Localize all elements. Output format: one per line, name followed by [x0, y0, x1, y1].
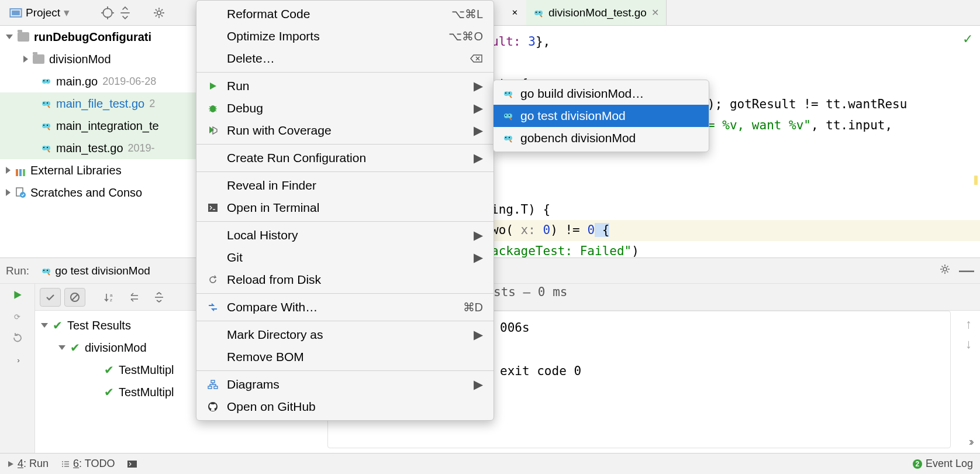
event-log-label: Event Log [926, 458, 973, 470]
expand-all-icon[interactable] [124, 288, 145, 307]
scroll-up-icon[interactable]: ↑ [965, 317, 972, 332]
tree-folder-division[interactable]: divisionMod [0, 48, 198, 70]
submenu-go-test[interactable]: go test divisionMod [494, 105, 709, 127]
tree-folder-label: divisionMod [49, 53, 111, 66]
code-text: x: [513, 223, 543, 237]
tree-file-main-file-test[interactable]: main_file_test.go 2 [0, 92, 198, 115]
sort-icon[interactable]: az [99, 288, 120, 307]
tree-root[interactable]: runDebugConfigurati [0, 26, 198, 48]
notification-badge-icon: 2 [913, 459, 922, 469]
cm-git[interactable]: Git▶ [196, 246, 494, 269]
delete-glyph-icon [470, 52, 483, 66]
expand-icon[interactable] [41, 323, 48, 328]
status-todo-tab[interactable]: 6: TODO [61, 458, 115, 470]
project-view-selector[interactable]: Project ▾ [5, 4, 74, 22]
submenu-go-build[interactable]: go build divisionMod… [494, 83, 709, 105]
gear-icon[interactable] [153, 6, 165, 19]
submenu-gobench[interactable]: gobench divisionMod [494, 127, 709, 149]
go-file-icon [503, 111, 513, 121]
run-icon [207, 81, 219, 91]
svg-point-62 [943, 267, 947, 271]
tree-file-main-test[interactable]: main_test.go 2019- [0, 137, 198, 159]
cm-run[interactable]: Run▶ [196, 75, 494, 97]
tree-file-date: 2019-06-28 [102, 75, 156, 88]
separator [196, 293, 494, 294]
inspection-ok-icon[interactable]: ✓ [962, 32, 973, 47]
tree-scratches[interactable]: Scratches and Conso [0, 181, 198, 204]
svg-point-59 [46, 269, 50, 273]
cm-open-github[interactable]: Open on GitHub [196, 396, 494, 418]
cm-mark-directory[interactable]: Mark Directory as▶ [196, 324, 494, 346]
close-icon[interactable]: ✕ [651, 7, 659, 18]
hide-panel-icon[interactable]: — [959, 262, 974, 280]
tree-file-date: 2019- [128, 142, 155, 154]
locate-icon[interactable] [101, 6, 114, 19]
svg-rect-74 [127, 461, 137, 468]
cm-create-run-config[interactable]: Create Run Configuration▶ [196, 147, 494, 169]
cm-open-terminal[interactable]: Open in Terminal [196, 197, 494, 219]
show-passed-icon[interactable] [40, 288, 61, 307]
expand-icon[interactable] [6, 189, 11, 196]
cm-coverage[interactable]: Run with Coverage▶ [196, 119, 494, 142]
cm-optimize-imports[interactable]: Optimize Imports⌥⌘O [196, 25, 494, 47]
test-module-label: divisionMod [85, 341, 147, 355]
expand-icon[interactable] [6, 35, 13, 39]
code-text: wo( [491, 223, 513, 237]
svg-point-47 [508, 91, 512, 96]
pass-icon: ✔ [104, 363, 114, 377]
collapse-all-icon[interactable] [119, 6, 132, 19]
status-run-tab[interactable]: 4: Run [7, 458, 49, 470]
gutter-mark[interactable] [974, 176, 978, 185]
status-event-log[interactable]: 2 Event Log [913, 458, 973, 470]
tree-external-libraries[interactable]: External Libraries [0, 159, 198, 181]
svg-point-49 [509, 92, 510, 94]
tree-file-main-integration[interactable]: main_integration_te [0, 115, 198, 137]
cm-remove-bom[interactable]: Remove BOM [196, 346, 494, 368]
expand-icon[interactable] [58, 345, 65, 350]
cm-reformat[interactable]: Reformat Code⌥⌘L [196, 3, 494, 25]
code-text: 0 [543, 223, 551, 237]
run-side-toolbar: ⟳ ›› [0, 284, 35, 453]
context-menu: Reformat Code⌥⌘L Optimize Imports⌥⌘O Del… [196, 0, 494, 421]
separator [196, 144, 494, 145]
status-terminal-tab[interactable] [127, 461, 137, 468]
cm-compare-with[interactable]: Compare With…⌘D [196, 296, 494, 318]
terminal-icon [207, 204, 219, 212]
tab-divisionmod-test[interactable]: divisionMod_test.go ✕ [526, 0, 667, 25]
expand-icon[interactable]: ›› [17, 356, 18, 365]
expand-icon[interactable] [6, 167, 11, 174]
expand-right-icon[interactable]: ›› [969, 435, 972, 448]
svg-point-12 [47, 80, 48, 81]
cm-local-history[interactable]: Local History▶ [196, 224, 494, 246]
cm-reload-disk[interactable]: Reload from Disk [196, 269, 494, 291]
restart-icon[interactable] [12, 332, 23, 345]
tree-file-label: main_file_test.go [56, 97, 144, 111]
svg-rect-40 [208, 204, 218, 212]
svg-point-61 [47, 270, 48, 271]
scroll-down-icon[interactable]: ↓ [965, 336, 972, 352]
svg-point-10 [46, 79, 50, 84]
rerun-icon[interactable] [12, 290, 23, 302]
go-file-icon [41, 98, 51, 109]
toggle-auto-icon[interactable]: ⟳ [14, 312, 20, 321]
tab-close-prev[interactable]: ✕ [503, 0, 526, 25]
close-icon: ✕ [512, 8, 518, 17]
cm-debug[interactable]: Debug▶ [196, 97, 494, 119]
code-text: ing.T) { [491, 200, 980, 221]
code-text: { [595, 223, 609, 237]
cm-reveal-finder[interactable]: Reveal in Finder [196, 174, 494, 197]
cm-delete[interactable]: Delete… [196, 47, 494, 70]
cm-diagrams[interactable]: Diagrams▶ [196, 373, 494, 396]
show-ignored-icon[interactable] [64, 288, 85, 307]
project-view-label: Project [26, 6, 60, 19]
go-file-icon [533, 8, 544, 18]
expand-icon[interactable] [23, 56, 28, 63]
svg-rect-1 [12, 10, 20, 15]
separator [196, 171, 494, 172]
svg-line-64 [72, 294, 78, 300]
chevron-right-icon: ▶ [474, 328, 483, 342]
collapse-all-icon[interactable] [149, 288, 170, 307]
tree-file-main[interactable]: main.go 2019-06-28 [0, 70, 198, 92]
code-text: = %v, want %v" [708, 118, 811, 132]
gear-icon[interactable] [939, 263, 951, 279]
